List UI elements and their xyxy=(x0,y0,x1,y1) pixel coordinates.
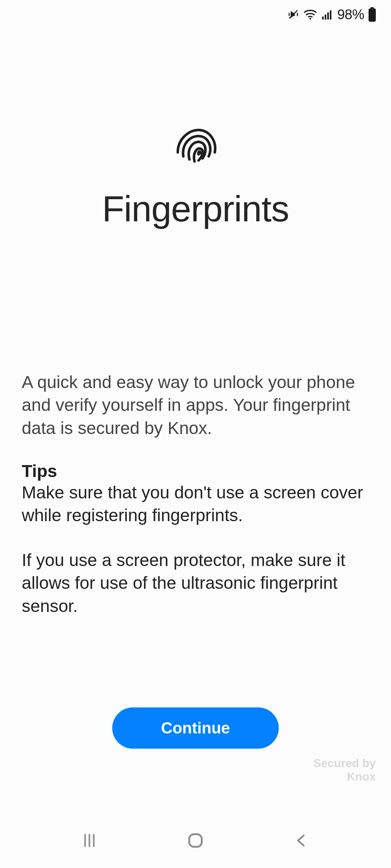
svg-rect-2 xyxy=(322,17,324,20)
home-button[interactable] xyxy=(174,826,217,855)
battery-icon xyxy=(368,7,377,22)
secured-line1: Secured by xyxy=(313,757,376,770)
tip-1: Make sure that you don't use a screen co… xyxy=(22,481,369,527)
mute-vibrate-icon xyxy=(287,8,299,21)
action-bar: Continue xyxy=(0,707,391,749)
svg-rect-6 xyxy=(370,7,374,8)
svg-rect-4 xyxy=(327,12,329,20)
wifi-icon xyxy=(303,8,318,21)
svg-rect-5 xyxy=(330,10,332,20)
svg-line-0 xyxy=(289,10,298,19)
continue-button[interactable]: Continue xyxy=(112,707,279,749)
svg-rect-7 xyxy=(369,8,376,22)
tip-2: If you use a screen protector, make sure… xyxy=(22,549,369,617)
recents-button[interactable] xyxy=(68,826,111,855)
svg-rect-11 xyxy=(189,834,202,847)
body-content: A quick and easy way to unlock your phon… xyxy=(0,371,391,617)
back-icon xyxy=(293,832,310,850)
cellular-signal-icon xyxy=(321,8,333,21)
back-button[interactable] xyxy=(280,826,323,855)
page-title: Fingerprints xyxy=(102,188,289,230)
navigation-bar xyxy=(0,814,391,868)
status-bar: 98% xyxy=(0,0,391,29)
status-icons: 98% xyxy=(287,7,377,22)
recents-icon xyxy=(81,832,98,850)
tips-heading: Tips xyxy=(22,461,369,481)
secured-by-knox: Secured by Knox xyxy=(313,757,376,783)
secured-line2: Knox xyxy=(313,770,376,783)
svg-point-1 xyxy=(310,18,311,20)
hero-section: Fingerprints xyxy=(0,123,391,230)
intro-text: A quick and easy way to unlock your phon… xyxy=(22,371,369,439)
svg-rect-3 xyxy=(325,14,326,20)
battery-percent: 98% xyxy=(337,7,364,22)
home-icon xyxy=(186,831,205,851)
fingerprint-icon xyxy=(170,123,221,174)
